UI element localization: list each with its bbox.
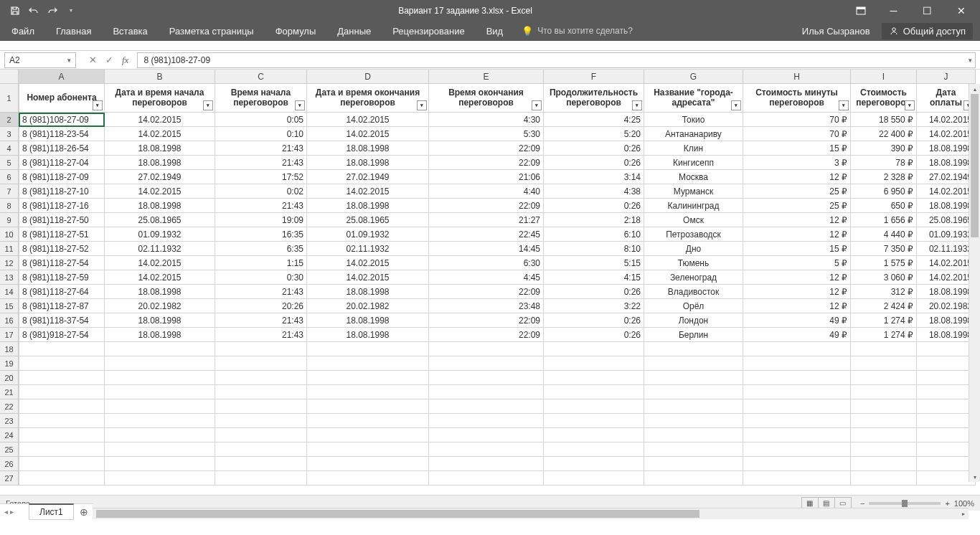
- cell-I6[interactable]: 2 328 ₽: [851, 170, 917, 184]
- expand-formula-icon[interactable]: ▾: [969, 57, 972, 64]
- cell-J4[interactable]: 18.08.1998: [917, 141, 976, 156]
- cell-A18[interactable]: [19, 342, 105, 356]
- cell-F5[interactable]: 0:26: [544, 156, 644, 170]
- cell-C19[interactable]: [215, 356, 307, 371]
- cell-G24[interactable]: [644, 428, 743, 442]
- cell-I23[interactable]: [851, 414, 917, 428]
- row-header-25[interactable]: 25: [0, 442, 19, 457]
- cell-H8[interactable]: 25 ₽: [743, 199, 851, 213]
- cell-G2[interactable]: Токио: [644, 113, 743, 127]
- cell-G18[interactable]: [644, 342, 743, 356]
- cell-A27[interactable]: [19, 471, 105, 486]
- cell-D9[interactable]: 25.08.1965: [307, 213, 429, 227]
- cell-B11[interactable]: 02.11.1932: [105, 242, 215, 256]
- cell-D26[interactable]: [307, 457, 429, 471]
- cell-I25[interactable]: [851, 442, 917, 457]
- row-header-5[interactable]: 5: [0, 156, 19, 170]
- zoom-out-button[interactable]: −: [860, 499, 864, 508]
- cell-C26[interactable]: [215, 457, 307, 471]
- cell-F26[interactable]: [544, 457, 644, 471]
- cell-H12[interactable]: 5 ₽: [743, 256, 851, 270]
- cell-C8[interactable]: 21:43: [215, 199, 307, 213]
- sheet-nav-buttons[interactable]: ◂ ▸: [4, 508, 14, 516]
- cell-I27[interactable]: [851, 471, 917, 486]
- cell-C20[interactable]: [215, 371, 307, 385]
- cell-F21[interactable]: [544, 385, 644, 399]
- column-header-F[interactable]: F: [544, 70, 644, 83]
- cell-I13[interactable]: 3 060 ₽: [851, 270, 917, 285]
- header-cell-J[interactable]: Дата оплаты▾: [917, 84, 976, 113]
- tab-file[interactable]: Файл: [7, 23, 39, 39]
- tab-view[interactable]: Вид: [482, 23, 508, 39]
- row-header-18[interactable]: 18: [0, 342, 19, 356]
- cell-G6[interactable]: Москва: [644, 170, 743, 184]
- cell-F11[interactable]: 8:10: [544, 242, 644, 256]
- cell-J16[interactable]: 18.08.1998: [917, 313, 976, 328]
- scroll-thumb-v[interactable]: [971, 94, 979, 237]
- cell-C21[interactable]: [215, 385, 307, 399]
- header-cell-F[interactable]: Продолжительность переговоров▾: [544, 84, 644, 113]
- column-header-J[interactable]: J: [917, 70, 976, 83]
- cell-C9[interactable]: 19:09: [215, 213, 307, 227]
- select-all-button[interactable]: [0, 70, 19, 84]
- cell-G19[interactable]: [644, 356, 743, 371]
- cell-A23[interactable]: [19, 414, 105, 428]
- cell-B9[interactable]: 25.08.1965: [105, 213, 215, 227]
- cell-G5[interactable]: Кингисепп: [644, 156, 743, 170]
- user-name[interactable]: Илья Сызранов: [802, 26, 870, 37]
- cell-F17[interactable]: 0:26: [544, 328, 644, 342]
- row-header-24[interactable]: 24: [0, 428, 19, 442]
- cell-I26[interactable]: [851, 457, 917, 471]
- header-cell-C[interactable]: Время начала переговоров▾: [215, 84, 307, 113]
- cell-C25[interactable]: [215, 442, 307, 457]
- cell-H5[interactable]: 3 ₽: [743, 156, 851, 170]
- cell-A7[interactable]: 8 (981)118-27-10: [19, 184, 105, 199]
- qat-customize[interactable]: ▾: [63, 3, 79, 19]
- cell-G20[interactable]: [644, 371, 743, 385]
- row-header-10[interactable]: 10: [0, 227, 19, 242]
- row-header-2[interactable]: 2: [0, 113, 19, 127]
- cell-J24[interactable]: [917, 428, 976, 442]
- scroll-thumb-h[interactable]: [96, 510, 699, 518]
- cell-F25[interactable]: [544, 442, 644, 457]
- cell-J19[interactable]: [917, 356, 976, 371]
- cell-F22[interactable]: [544, 399, 644, 414]
- row-header-6[interactable]: 6: [0, 170, 19, 184]
- cell-G22[interactable]: [644, 399, 743, 414]
- row-header-13[interactable]: 13: [0, 270, 19, 285]
- cell-C10[interactable]: 16:35: [215, 227, 307, 242]
- maximize-button[interactable]: ☐: [911, 0, 943, 21]
- cell-E25[interactable]: [429, 442, 544, 457]
- cell-B16[interactable]: 18.08.1998: [105, 313, 215, 328]
- tab-review[interactable]: Рецензирование: [388, 23, 468, 39]
- cell-J27[interactable]: [917, 471, 976, 486]
- row-header-8[interactable]: 8: [0, 199, 19, 213]
- cell-B24[interactable]: [105, 428, 215, 442]
- cell-D3[interactable]: 14.02.2015: [307, 127, 429, 141]
- cell-F9[interactable]: 2:18: [544, 213, 644, 227]
- cell-I21[interactable]: [851, 385, 917, 399]
- cell-A16[interactable]: 8 (981)118-37-54: [19, 313, 105, 328]
- cell-E21[interactable]: [429, 385, 544, 399]
- cell-E20[interactable]: [429, 371, 544, 385]
- cell-H17[interactable]: 49 ₽: [743, 328, 851, 342]
- cell-J9[interactable]: 25.08.1965: [917, 213, 976, 227]
- cell-A9[interactable]: 8 (981)118-27-50: [19, 213, 105, 227]
- cell-E4[interactable]: 22:09: [429, 141, 544, 156]
- filter-dropdown-icon[interactable]: ▾: [417, 100, 427, 110]
- cell-E15[interactable]: 23:48: [429, 299, 544, 313]
- add-sheet-button[interactable]: ⊕: [75, 505, 93, 519]
- cell-D6[interactable]: 27.02.1949: [307, 170, 429, 184]
- cell-F19[interactable]: [544, 356, 644, 371]
- filter-dropdown-icon[interactable]: ▾: [839, 100, 849, 110]
- cell-D18[interactable]: [307, 342, 429, 356]
- cell-I8[interactable]: 650 ₽: [851, 199, 917, 213]
- cell-I3[interactable]: 22 400 ₽: [851, 127, 917, 141]
- cell-E9[interactable]: 21:27: [429, 213, 544, 227]
- column-header-A[interactable]: A: [19, 70, 105, 83]
- row-header-3[interactable]: 3: [0, 127, 19, 141]
- horizontal-scrollbar[interactable]: ◂ ▸: [86, 508, 969, 519]
- cell-E19[interactable]: [429, 356, 544, 371]
- cell-D13[interactable]: 14.02.2015: [307, 270, 429, 285]
- cell-H16[interactable]: 49 ₽: [743, 313, 851, 328]
